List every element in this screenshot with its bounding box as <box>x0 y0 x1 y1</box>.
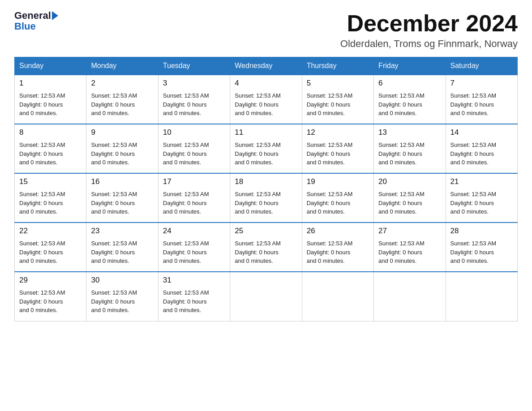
day-number: 19 <box>307 177 369 186</box>
day-info: Sunset: 12:53 AMDaylight: 0 hoursand 0 m… <box>450 141 513 167</box>
day-info: Sunset: 12:53 AMDaylight: 0 hoursand 0 m… <box>91 141 153 167</box>
day-info: Sunset: 12:53 AMDaylight: 0 hoursand 0 m… <box>163 141 225 167</box>
calendar-cell: 10Sunset: 12:53 AMDaylight: 0 hoursand 0… <box>158 124 230 173</box>
day-info: Sunset: 12:53 AMDaylight: 0 hoursand 0 m… <box>307 91 369 118</box>
calendar-cell: 15Sunset: 12:53 AMDaylight: 0 hoursand 0… <box>15 173 86 223</box>
day-number: 14 <box>450 128 513 137</box>
calendar-cell: 5Sunset: 12:53 AMDaylight: 0 hoursand 0 … <box>302 75 373 124</box>
calendar-cell: 13Sunset: 12:53 AMDaylight: 0 hoursand 0… <box>374 124 446 173</box>
month-title: December 2024 <box>340 11 518 36</box>
page-header: General Blue December 2024 Olderdalen, T… <box>14 11 518 50</box>
day-number: 12 <box>307 128 369 137</box>
calendar-cell <box>302 272 373 321</box>
header-sunday: Sunday <box>15 57 86 75</box>
day-info: Sunset: 12:53 AMDaylight: 0 hoursand 0 m… <box>307 190 369 216</box>
day-number: 11 <box>235 128 297 137</box>
header-monday: Monday <box>86 57 158 75</box>
day-info: Sunset: 12:53 AMDaylight: 0 hoursand 0 m… <box>378 190 441 216</box>
day-info: Sunset: 12:53 AMDaylight: 0 hoursand 0 m… <box>378 239 441 265</box>
calendar-cell <box>230 272 302 321</box>
week-row-2: 8Sunset: 12:53 AMDaylight: 0 hoursand 0 … <box>15 124 518 173</box>
day-number: 25 <box>235 227 297 235</box>
day-number: 6 <box>378 79 441 88</box>
day-info: Sunset: 12:53 AMDaylight: 0 hoursand 0 m… <box>91 190 153 216</box>
calendar-cell: 22Sunset: 12:53 AMDaylight: 0 hoursand 0… <box>15 223 86 272</box>
day-number: 5 <box>307 79 369 88</box>
title-area: December 2024 Olderdalen, Troms og Finnm… <box>340 11 518 50</box>
day-number: 4 <box>235 79 297 88</box>
calendar-cell: 6Sunset: 12:53 AMDaylight: 0 hoursand 0 … <box>374 75 446 124</box>
day-number: 24 <box>163 227 225 235</box>
calendar-cell: 14Sunset: 12:53 AMDaylight: 0 hoursand 0… <box>446 124 517 173</box>
day-number: 23 <box>91 227 153 235</box>
header-tuesday: Tuesday <box>158 57 230 75</box>
day-number: 27 <box>378 227 441 235</box>
day-info: Sunset: 12:53 AMDaylight: 0 hoursand 0 m… <box>163 91 225 118</box>
day-info: Sunset: 12:53 AMDaylight: 0 hoursand 0 m… <box>450 190 513 216</box>
calendar-cell: 2Sunset: 12:53 AMDaylight: 0 hoursand 0 … <box>86 75 158 124</box>
day-number: 7 <box>450 79 513 88</box>
calendar-cell: 25Sunset: 12:53 AMDaylight: 0 hoursand 0… <box>230 223 302 272</box>
calendar-cell: 12Sunset: 12:53 AMDaylight: 0 hoursand 0… <box>302 124 373 173</box>
calendar-cell: 16Sunset: 12:53 AMDaylight: 0 hoursand 0… <box>86 173 158 223</box>
day-number: 29 <box>19 276 82 285</box>
weekday-header-row: Sunday Monday Tuesday Wednesday Thursday… <box>15 57 518 75</box>
day-info: Sunset: 12:53 AMDaylight: 0 hoursand 0 m… <box>19 190 82 216</box>
day-number: 16 <box>91 177 153 186</box>
day-info: Sunset: 12:53 AMDaylight: 0 hoursand 0 m… <box>235 141 297 167</box>
header-thursday: Thursday <box>302 57 373 75</box>
day-info: Sunset: 12:53 AMDaylight: 0 hoursand 0 m… <box>450 239 513 265</box>
day-number: 31 <box>163 276 225 285</box>
day-info: Sunset: 12:53 AMDaylight: 0 hoursand 0 m… <box>307 141 369 167</box>
day-number: 15 <box>19 177 82 186</box>
day-number: 3 <box>163 79 225 88</box>
logo-triangle-icon <box>52 11 58 20</box>
calendar-cell: 19Sunset: 12:53 AMDaylight: 0 hoursand 0… <box>302 173 373 223</box>
day-info: Sunset: 12:53 AMDaylight: 0 hoursand 0 m… <box>378 91 441 118</box>
day-info: Sunset: 12:53 AMDaylight: 0 hoursand 0 m… <box>235 91 297 118</box>
day-info: Sunset: 12:53 AMDaylight: 0 hoursand 0 m… <box>91 91 153 118</box>
day-number: 21 <box>450 177 513 186</box>
day-info: Sunset: 12:53 AMDaylight: 0 hoursand 0 m… <box>19 141 82 167</box>
calendar-cell: 21Sunset: 12:53 AMDaylight: 0 hoursand 0… <box>446 173 517 223</box>
week-row-3: 15Sunset: 12:53 AMDaylight: 0 hoursand 0… <box>15 173 518 223</box>
calendar-cell: 1Sunset: 12:53 AMDaylight: 0 hoursand 0 … <box>15 75 86 124</box>
calendar-cell: 28Sunset: 12:53 AMDaylight: 0 hoursand 0… <box>446 223 517 272</box>
day-info: Sunset: 12:53 AMDaylight: 0 hoursand 0 m… <box>19 239 82 265</box>
day-info: Sunset: 12:53 AMDaylight: 0 hoursand 0 m… <box>163 288 225 315</box>
day-info: Sunset: 12:53 AMDaylight: 0 hoursand 0 m… <box>163 190 225 216</box>
calendar-cell: 29Sunset: 12:53 AMDaylight: 0 hoursand 0… <box>15 272 86 321</box>
day-number: 13 <box>378 128 441 137</box>
week-row-1: 1Sunset: 12:53 AMDaylight: 0 hoursand 0 … <box>15 75 518 124</box>
day-info: Sunset: 12:53 AMDaylight: 0 hoursand 0 m… <box>378 141 441 167</box>
day-info: Sunset: 12:53 AMDaylight: 0 hoursand 0 m… <box>91 288 153 315</box>
day-info: Sunset: 12:53 AMDaylight: 0 hoursand 0 m… <box>235 190 297 216</box>
calendar-cell <box>374 272 446 321</box>
header-saturday: Saturday <box>446 57 517 75</box>
calendar-cell: 17Sunset: 12:53 AMDaylight: 0 hoursand 0… <box>158 173 230 223</box>
day-number: 9 <box>91 128 153 137</box>
header-friday: Friday <box>374 57 446 75</box>
day-info: Sunset: 12:53 AMDaylight: 0 hoursand 0 m… <box>19 288 82 315</box>
day-number: 8 <box>19 128 82 137</box>
day-number: 22 <box>19 227 82 235</box>
calendar-cell: 24Sunset: 12:53 AMDaylight: 0 hoursand 0… <box>158 223 230 272</box>
day-info: Sunset: 12:53 AMDaylight: 0 hoursand 0 m… <box>307 239 369 265</box>
day-info: Sunset: 12:53 AMDaylight: 0 hoursand 0 m… <box>450 91 513 118</box>
calendar-table: Sunday Monday Tuesday Wednesday Thursday… <box>14 57 518 321</box>
day-number: 17 <box>163 177 225 186</box>
calendar-cell: 27Sunset: 12:53 AMDaylight: 0 hoursand 0… <box>374 223 446 272</box>
logo-blue: Blue <box>14 21 36 32</box>
day-number: 10 <box>163 128 225 137</box>
logo-general: General <box>14 11 51 21</box>
location-title: Olderdalen, Troms og Finnmark, Norway <box>340 38 518 50</box>
calendar-cell: 20Sunset: 12:53 AMDaylight: 0 hoursand 0… <box>374 173 446 223</box>
day-number: 28 <box>450 227 513 235</box>
calendar-cell: 9Sunset: 12:53 AMDaylight: 0 hoursand 0 … <box>86 124 158 173</box>
day-number: 2 <box>91 79 153 88</box>
calendar-cell: 11Sunset: 12:53 AMDaylight: 0 hoursand 0… <box>230 124 302 173</box>
day-number: 26 <box>307 227 369 235</box>
week-row-5: 29Sunset: 12:53 AMDaylight: 0 hoursand 0… <box>15 272 518 321</box>
day-number: 18 <box>235 177 297 186</box>
calendar-cell: 31Sunset: 12:53 AMDaylight: 0 hoursand 0… <box>158 272 230 321</box>
